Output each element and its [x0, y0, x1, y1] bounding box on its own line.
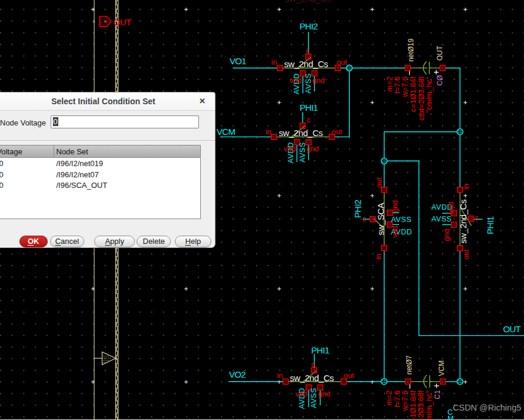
svg-text:sw_SCA: sw_SCA [376, 203, 386, 236]
svg-text:out: out [462, 249, 470, 260]
svg-text:vdd: vdd [284, 145, 296, 153]
svg-text:out: out [375, 177, 383, 188]
svg-text:PHI2: PHI2 [353, 200, 363, 218]
svg-text:c: c [306, 47, 310, 55]
svg-text:in: in [277, 372, 283, 380]
svg-text:netØ7: netØ7 [405, 355, 413, 375]
svg-text:vdd: vdd [290, 77, 301, 85]
svg-text:gnd: gnd [307, 145, 319, 153]
svg-text:sw_2nd_Cs: sw_2nd_Cs [285, 0, 331, 4]
svg-text:gnd: gnd [313, 77, 325, 85]
svg-text:netØ19: netØ19 [407, 38, 415, 62]
svg-text:PHI2: PHI2 [300, 21, 318, 31]
svg-text:OUT: OUT [503, 324, 521, 334]
svg-text:out: out [337, 58, 347, 67]
svg-text:PHI1: PHI1 [311, 345, 330, 355]
svg-text:in: in [266, 128, 271, 136]
svg-text:"cmim_hc": "cmim_hc" [424, 77, 433, 113]
svg-text:gnd: gnd [318, 390, 330, 398]
svg-text:VCM: VCM [437, 361, 446, 376]
svg-text:AVSS: AVSS [432, 215, 452, 223]
svg-text:c: c [475, 214, 479, 222]
svg-text:PHI1: PHI1 [485, 216, 495, 234]
svg-text:vdd: vdd [447, 201, 455, 213]
svg-text:CØ: CØ [436, 75, 444, 86]
svg-text:c: c [311, 361, 315, 369]
svg-text:AVSS: AVSS [299, 142, 307, 163]
svg-text:out: out [332, 128, 343, 136]
svg-text:ctot=2Ø3.68f: ctot=2Ø3.68f [416, 390, 425, 420]
svg-text:VO1: VO1 [230, 56, 246, 66]
svg-text:vdd: vdd [296, 390, 307, 398]
svg-text:sw_2nd_Cs: sw_2nd_Cs [290, 373, 334, 383]
svg-text:"cmim_hc": "cmim_hc" [424, 390, 433, 420]
svg-text:c: c [307, 116, 310, 124]
svg-text:sw_2nd_Cs: sw_2nd_Cs [284, 59, 328, 69]
svg-text:VCM: VCM [217, 127, 235, 137]
svg-text:c: c [362, 215, 366, 223]
svg-text:sw_2nd_Cs: sw_2nd_Cs [458, 200, 468, 244]
svg-text:gnd: gnd [391, 200, 399, 213]
svg-text:AVSS: AVSS [391, 216, 412, 224]
svg-text:out: out [344, 372, 354, 380]
svg-text:vdd: vdd [391, 226, 399, 237]
svg-text:gnd: gnd [443, 229, 451, 242]
svg-text:sw_2nd_Cs: sw_2nd_Cs [278, 128, 323, 138]
svg-text:in: in [271, 58, 277, 67]
svg-text:AVSS: AVSS [304, 73, 313, 94]
svg-text:ctot=2Ø3.68f: ctot=2Ø3.68f [417, 77, 426, 121]
svg-text:OUT: OUT [436, 45, 444, 61]
svg-text:in: in [462, 184, 470, 190]
svg-text:PHI1: PHI1 [300, 102, 318, 113]
svg-text:in: in [374, 254, 383, 260]
svg-text:AVSS: AVSS [310, 388, 318, 408]
svg-text:M: M [447, 415, 454, 420]
svg-text:VO2: VO2 [229, 369, 246, 379]
svg-text:OUT: OUT [114, 17, 132, 27]
svg-text:C1: C1 [433, 390, 442, 399]
